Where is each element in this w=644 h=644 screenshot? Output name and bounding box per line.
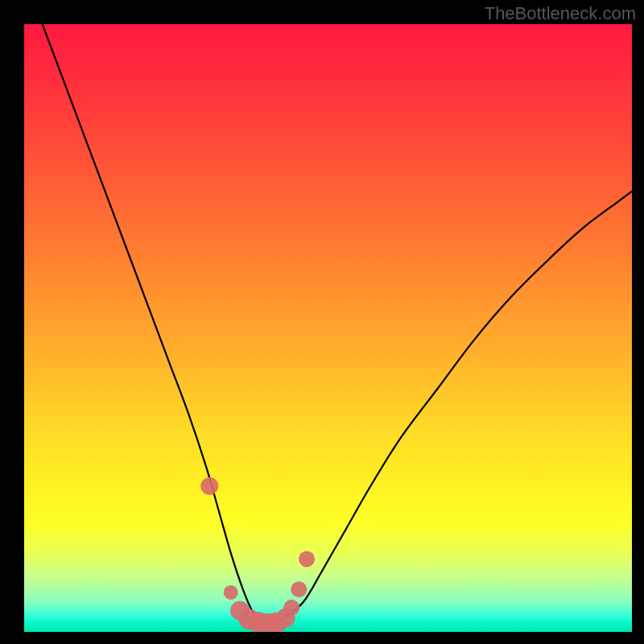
attribution-text: TheBottleneck.com (485, 3, 636, 24)
highlight-markers (200, 477, 315, 632)
marker-point (291, 581, 307, 597)
bottleneck-curve (24, 24, 632, 625)
outer-frame: TheBottleneck.com (0, 0, 644, 644)
plot-area (24, 24, 632, 632)
marker-point (299, 551, 315, 567)
marker-point (224, 585, 238, 600)
marker-point (283, 600, 299, 616)
chart-svg (24, 24, 632, 632)
marker-point (200, 477, 218, 495)
